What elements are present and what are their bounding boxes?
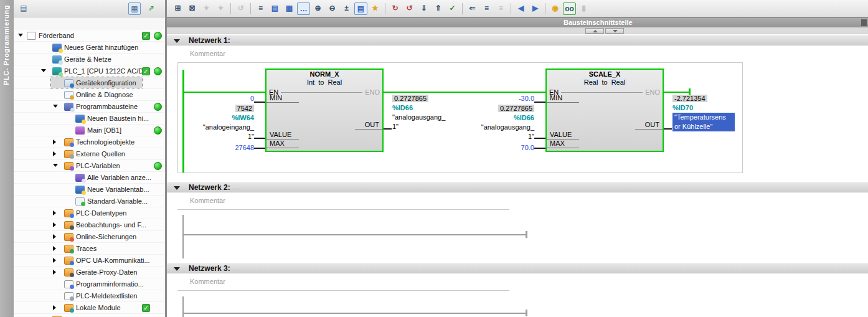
- network-1-comment[interactable]: Kommentar: [177, 45, 743, 63]
- tree-item-lokale-module[interactable]: Lokale Module✓: [14, 302, 165, 314]
- scale-x-value-operand[interactable]: 0.2727865%ID66"analogausgang_1": [460, 104, 534, 141]
- statement-list-icon[interactable]: ≡: [480, 2, 493, 15]
- expand-arrow-icon[interactable]: [53, 305, 56, 310]
- pin-out[interactable]: OUT: [635, 121, 663, 130]
- expand-interface-button[interactable]: [585, 28, 604, 34]
- operand-tag-name[interactable]: "analogausgang_: [392, 113, 445, 121]
- add-block-output-icon[interactable]: ⊖: [326, 2, 339, 15]
- network-title-placeholder[interactable]: .....: [232, 184, 243, 191]
- pin-out[interactable]: OUT: [355, 121, 382, 130]
- network-title-placeholder[interactable]: .....: [232, 37, 243, 44]
- expand-arrow-icon[interactable]: [53, 270, 56, 275]
- update-block-calls-icon[interactable]: ↻: [389, 2, 402, 15]
- tree-item-programmbausteine[interactable]: Programmbausteine: [14, 101, 165, 113]
- favorites-icon[interactable]: ★: [369, 2, 382, 15]
- find-in-block-icon[interactable]: ◉: [549, 2, 562, 15]
- operand-type-icon[interactable]: ±: [340, 2, 353, 15]
- network-1-canvas[interactable]: NORM_X Int to Real EN ENO MIN VALUE MAX …: [177, 63, 743, 173]
- operand-address[interactable]: %IW64: [232, 114, 254, 121]
- goto-jump-label-icon[interactable]: ⇐: [466, 2, 479, 15]
- expand-arrow-icon[interactable]: [53, 234, 56, 239]
- task-card-plc-programming-tab[interactable]: PLC- Programmierung: [0, 0, 14, 317]
- delete-network-icon[interactable]: ⊠: [186, 2, 199, 15]
- pin-max[interactable]: MAX: [267, 140, 299, 148]
- operand-tag-name[interactable]: 1": [528, 133, 534, 140]
- operand-tag-name[interactable]: 1": [248, 133, 254, 140]
- operand-tag-name[interactable]: 1": [392, 123, 399, 130]
- insert-box-icon[interactable]: ▤: [268, 2, 281, 15]
- expand-arrow-icon[interactable]: [53, 246, 56, 251]
- operand-constant[interactable]: 70.0: [521, 144, 534, 151]
- tree-item-alle-variablen-anze[interactable]: Alle Variablen anze...: [14, 172, 165, 184]
- norm-x-min-operand[interactable]: 0: [191, 94, 254, 103]
- insert-empty-row-icon[interactable]: ✦: [200, 2, 213, 15]
- block-interface-bar[interactable]: Bausteinschnittstelle: [167, 17, 868, 27]
- rewire-icon[interactable]: ↺: [403, 2, 416, 15]
- comment-toggle-icon[interactable]: …: [297, 2, 310, 15]
- tree-item-neues-gerät-hinzufügen[interactable]: Neues Gerät hinzufügen: [14, 42, 165, 54]
- tree-item-neuen-baustein-hi[interactable]: Neuen Baustein hi...: [14, 113, 165, 125]
- monitoring-toggle-icon[interactable]: oo: [563, 2, 576, 15]
- tree-item-geräte-proxy-daten[interactable]: Geräte-Proxy-Daten: [14, 267, 165, 278]
- operand-tag-name[interactable]: "analogausgang_: [481, 123, 534, 131]
- add-block-input-icon[interactable]: ⊕: [311, 2, 324, 15]
- next-error-icon[interactable]: ▶: [529, 2, 542, 15]
- tree-item-online-diagnose[interactable]: Online & Diagnose: [14, 89, 165, 101]
- pin-value[interactable]: VALUE: [267, 131, 299, 140]
- collapse-arrow-icon[interactable]: [53, 105, 58, 108]
- insert-network-icon[interactable]: ⊞: [171, 2, 184, 15]
- collapse-interface-button[interactable]: [605, 28, 624, 34]
- tree-item-gerätekonfiguration[interactable]: Gerätekonfiguration: [14, 77, 165, 89]
- monitor-value[interactable]: 0.2727865: [498, 105, 534, 112]
- tree-item-geräte-netze[interactable]: Geräte & Netze: [14, 54, 165, 65]
- expand-arrow-icon[interactable]: [53, 258, 56, 263]
- save-snapshot-icon[interactable]: ⇑: [432, 2, 445, 15]
- tree-item-neue-variablentab[interactable]: Neue Variablentab...: [14, 184, 165, 196]
- load-snapshot-icon[interactable]: ⇓: [417, 2, 430, 15]
- filter-list-icon[interactable]: ≡: [494, 2, 507, 15]
- empty-rung-wire[interactable]: [182, 234, 527, 235]
- data-archive-icon[interactable]: ▮: [577, 2, 590, 15]
- collapse-network-icon[interactable]: [174, 39, 180, 43]
- network-3-comment[interactable]: Kommentar: [177, 273, 509, 291]
- tree-item-programminformatio[interactable]: Programminformatio...: [14, 278, 165, 290]
- collapse-network-icon[interactable]: [174, 186, 180, 190]
- pane-control-icon[interactable]: [861, 19, 867, 26]
- tree-item-plc-datentypen[interactable]: PLC-Datentypen: [14, 207, 165, 219]
- operand-tag-name[interactable]: "analogeingang_: [203, 123, 254, 131]
- tree-item-traces[interactable]: Traces: [14, 243, 165, 255]
- check-consistency-icon[interactable]: ✓: [446, 2, 459, 15]
- output-type-dropdown[interactable]: Real: [610, 78, 628, 86]
- tree-item-technologieobjekte[interactable]: Technologieobjekte: [14, 136, 165, 148]
- scale-x-block[interactable]: SCALE_X Real to Real EN ENO MIN VALUE MA…: [545, 69, 664, 152]
- collapse-arrow-icon[interactable]: [41, 69, 46, 72]
- network-branch-icon[interactable]: ≡: [254, 2, 267, 15]
- norm-x-block[interactable]: NORM_X Int to Real EN ENO MIN VALUE MAX …: [265, 69, 384, 152]
- monitor-value[interactable]: -2.721354: [672, 95, 707, 102]
- tree-item-opc-ua-kommunikati[interactable]: OPC UA-Kommunikati...: [14, 255, 165, 267]
- operand-address[interactable]: %ID66: [514, 114, 534, 121]
- pin-min[interactable]: MIN: [267, 94, 299, 103]
- output-type-dropdown[interactable]: Real: [326, 78, 344, 86]
- tree-item-plc-meldetextlisten[interactable]: PLC-Meldetextlisten: [14, 290, 165, 302]
- operand-constant[interactable]: 0: [250, 95, 254, 102]
- monitor-value[interactable]: 7542: [235, 105, 254, 112]
- operand-constant[interactable]: -30.0: [519, 95, 534, 102]
- expand-arrow-icon[interactable]: [53, 222, 56, 227]
- input-type-dropdown[interactable]: Int: [305, 78, 316, 86]
- network-2-header[interactable]: Netzwerk 2: .....: [167, 182, 868, 192]
- tree-item-externe-quellen[interactable]: Externe Quellen: [14, 148, 165, 160]
- input-type-dropdown[interactable]: Real: [582, 78, 600, 86]
- network-3-header[interactable]: Netzwerk 3: .....: [167, 263, 868, 273]
- network-1-header[interactable]: Netzwerk 1: .....: [167, 35, 868, 45]
- tree-item-beobachtungs-und-f[interactable]: Beobachtungs- und F...: [14, 219, 165, 231]
- pin-value[interactable]: VALUE: [547, 131, 579, 140]
- tree-item-online-sicherungen[interactable]: Online-Sicherungen: [14, 231, 165, 243]
- operand-constant[interactable]: 27648: [235, 144, 254, 151]
- tree-item-cut-item[interactable]: [14, 314, 165, 317]
- overview-forward-icon[interactable]: ⇗: [145, 2, 158, 15]
- operand-address[interactable]: %ID66: [392, 104, 413, 111]
- expand-arrow-icon[interactable]: [53, 211, 56, 215]
- operand-tag-name[interactable]: or Kühlzelle": [672, 122, 735, 131]
- collapse-arrow-icon[interactable]: [18, 34, 23, 37]
